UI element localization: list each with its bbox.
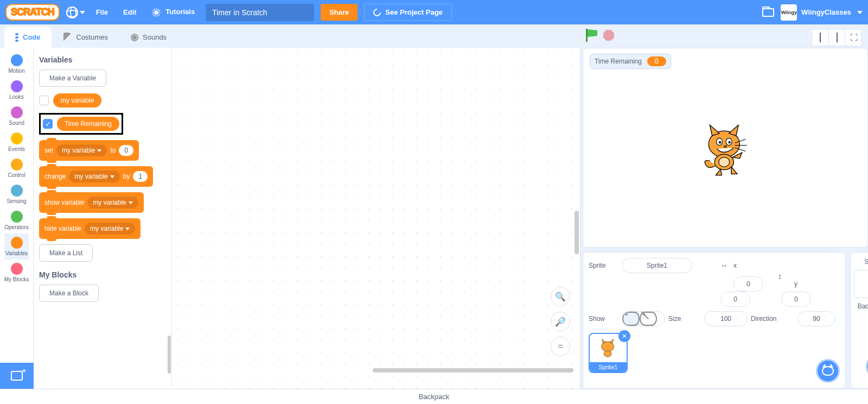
block-text: set [44, 147, 53, 154]
sprite-y-input[interactable] [781, 292, 811, 307]
sprite-x-input[interactable] [733, 276, 763, 292]
cat-head-icon [822, 366, 834, 376]
sprite-name-input[interactable] [622, 258, 692, 273]
add-backdrop-button[interactable] [866, 355, 868, 378]
category-variables[interactable]: Variables [4, 233, 29, 260]
delete-sprite-button[interactable]: ✕ [618, 330, 630, 342]
category-color-dot [11, 80, 23, 92]
stop-button[interactable] [603, 30, 614, 41]
account-menu[interactable]: Wiingy WiingyClasses [781, 4, 863, 21]
category-sound[interactable]: Sound [4, 103, 29, 129]
zoom-out-button[interactable]: 🔎 [551, 312, 570, 331]
category-color-dot [11, 132, 23, 144]
add-extension-button[interactable] [0, 363, 34, 389]
sprite-card-label: Sprite1 [590, 362, 627, 372]
show-button[interactable] [622, 312, 640, 326]
add-sprite-button[interactable] [816, 359, 840, 383]
category-label: Control [8, 172, 25, 178]
scratch-logo[interactable]: SCRATCH [5, 4, 60, 21]
tab-code[interactable]: Code [4, 27, 52, 48]
block-hide-variable[interactable]: hide variable my variable [39, 218, 141, 239]
category-my-blocks[interactable]: My Blocks [4, 260, 29, 286]
eye-off-icon [640, 312, 657, 326]
number-input[interactable]: 0 [119, 145, 133, 156]
category-motion[interactable]: Motion [4, 51, 29, 77]
menu-bar: SCRATCH File Edit Tutorials Share See Pr… [0, 0, 868, 24]
block-set-variable[interactable]: set my variable to 0 [39, 140, 139, 161]
category-operators[interactable]: Operators [4, 207, 29, 233]
variable-row-my-variable: my variable [39, 93, 166, 108]
variable-monitor[interactable]: Time Remaining 0 [590, 54, 671, 69]
make-list-button[interactable]: Make a List [39, 244, 93, 262]
sprite-on-stage[interactable] [695, 118, 755, 178]
monitor-value: 0 [647, 56, 666, 66]
my-stuff-icon[interactable] [762, 8, 774, 17]
category-label: My Blocks [4, 276, 29, 282]
chevron-down-icon [80, 11, 85, 14]
sprite-x-input2[interactable] [720, 292, 750, 307]
sprite-size-input[interactable] [704, 311, 748, 326]
svg-point-12 [604, 351, 611, 357]
fullscreen-button[interactable]: ⛶ [845, 29, 861, 46]
variable-dropdown[interactable]: my variable [87, 197, 138, 209]
paintbrush-icon [63, 33, 72, 41]
tab-sounds[interactable]: Sounds [120, 27, 177, 48]
tutorials-link[interactable]: Tutorials [148, 8, 200, 17]
backpack-bar[interactable]: Backpack [0, 389, 868, 404]
category-sensing[interactable]: Sensing [4, 181, 29, 207]
variable-reporter[interactable]: Time Remaining [57, 117, 119, 131]
number-input[interactable]: 1 [133, 171, 148, 182]
palette-scrollbar[interactable] [168, 336, 171, 374]
tab-code-label: Code [23, 33, 41, 41]
sprite-label: Sprite [589, 262, 618, 269]
sprite-card[interactable]: ✕ Sprite1 [589, 333, 628, 373]
stage-thumbnail[interactable] [854, 270, 868, 298]
workspace-v-scrollbar[interactable] [575, 211, 579, 254]
tab-costumes-label: Costumes [76, 33, 108, 41]
language-menu[interactable] [66, 7, 85, 18]
large-stage-button[interactable] [828, 29, 845, 46]
small-stage-button[interactable] [812, 29, 828, 46]
blocks-palette: Variables Make a Variable my variable ✓ … [34, 48, 172, 389]
small-stage-icon [820, 33, 821, 42]
block-change-variable[interactable]: change my variable by 1 [39, 166, 153, 187]
script-workspace[interactable]: 🔍 🔎 = [172, 48, 580, 389]
x-icon: ↔ [720, 261, 730, 270]
variable-dropdown[interactable]: my variable [85, 223, 135, 235]
variable-reporter[interactable]: my variable [53, 93, 101, 108]
category-control[interactable]: Control [4, 155, 29, 181]
category-color-dot [11, 54, 23, 66]
category-color-dot [11, 185, 23, 197]
share-button[interactable]: Share [321, 4, 358, 21]
zoom-reset-button[interactable]: = [551, 337, 570, 356]
hide-button[interactable] [640, 312, 657, 326]
sprite-direction-input[interactable] [797, 311, 835, 326]
code-icon [15, 36, 18, 39]
svg-point-10 [719, 157, 730, 167]
make-variable-button[interactable]: Make a Variable [39, 70, 106, 87]
category-events[interactable]: Events [4, 129, 29, 155]
variable-checkbox[interactable]: ✓ [43, 119, 53, 129]
category-looks[interactable]: Looks [4, 77, 29, 103]
stage[interactable]: Time Remaining 0 [583, 48, 868, 248]
palette-section-variables: Variables [39, 55, 166, 64]
block-show-variable[interactable]: show variable my variable [39, 192, 144, 213]
variable-dropdown[interactable]: my variable [69, 171, 119, 182]
variable-dropdown[interactable]: my variable [56, 144, 107, 156]
workspace-h-scrollbar[interactable] [373, 368, 573, 373]
edit-menu[interactable]: Edit [119, 8, 141, 16]
zoom-in-button[interactable]: 🔍 [551, 287, 570, 306]
project-title-input[interactable] [206, 4, 314, 21]
make-block-button[interactable]: Make a Block [39, 285, 99, 302]
file-menu[interactable]: File [92, 8, 112, 16]
see-project-page-button[interactable]: See Project Page [364, 4, 452, 21]
category-color-dot [11, 263, 23, 275]
variable-checkbox[interactable] [39, 96, 49, 105]
category-selector: MotionLooksSoundEventsControlSensingOper… [0, 48, 34, 389]
block-text: hide variable [44, 225, 81, 232]
category-label: Motion [8, 68, 24, 74]
monitor-label: Time Remaining [595, 58, 642, 65]
tab-costumes[interactable]: Costumes [53, 26, 119, 48]
green-flag-button[interactable] [586, 29, 598, 42]
remix-icon [372, 7, 382, 18]
